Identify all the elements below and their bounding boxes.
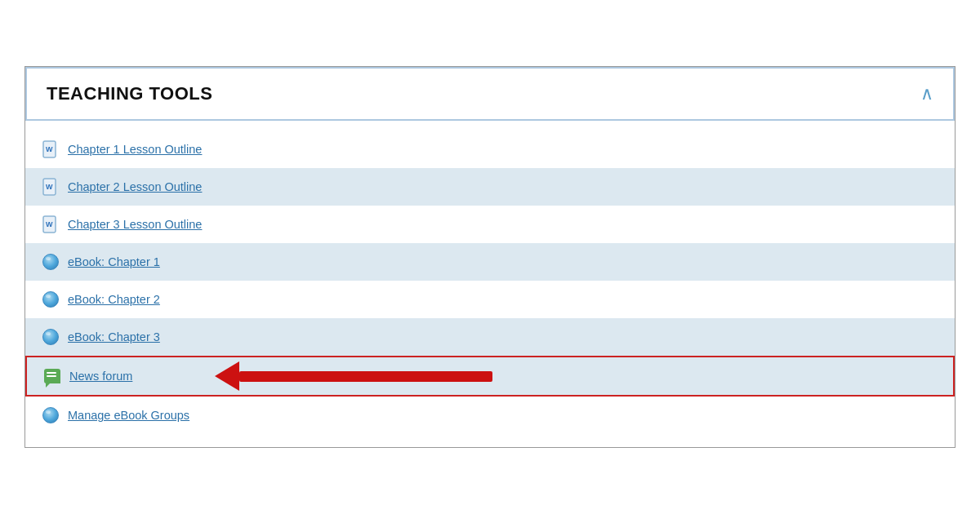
globe-icon	[42, 328, 60, 346]
chapter2-lesson-link[interactable]: Chapter 2 Lesson Outline	[68, 180, 202, 193]
chapter3-lesson-link[interactable]: Chapter 3 Lesson Outline	[68, 218, 202, 231]
globe-icon	[42, 406, 60, 424]
items-container: W Chapter 1 Lesson Outline W Chapter 2 L…	[25, 121, 955, 447]
list-item: eBook: Chapter 2	[25, 281, 955, 318]
manage-ebook-link[interactable]: Manage eBook Groups	[68, 409, 189, 422]
teaching-tools-list: W Chapter 1 Lesson Outline W Chapter 2 L…	[25, 124, 955, 441]
list-item: eBook: Chapter 1	[25, 243, 955, 281]
list-item: eBook: Chapter 3	[25, 318, 955, 356]
list-item: W Chapter 1 Lesson Outline	[25, 131, 955, 168]
teaching-tools-header[interactable]: TEACHING TOOLS ∧	[25, 67, 955, 121]
globe-icon	[42, 253, 60, 271]
word-doc-icon: W	[42, 178, 60, 196]
news-forum-content: News forum	[43, 367, 132, 385]
ebook-chapter1-link[interactable]: eBook: Chapter 1	[68, 255, 160, 268]
ebook-chapter3-link[interactable]: eBook: Chapter 3	[68, 330, 160, 343]
ebook-chapter2-link[interactable]: eBook: Chapter 2	[68, 293, 160, 306]
collapse-chevron-icon[interactable]: ∧	[920, 83, 933, 104]
globe-icon	[42, 290, 60, 308]
word-doc-icon: W	[42, 215, 60, 233]
teaching-tools-panel: TEACHING TOOLS ∧ W Chapter 1 Lesson Outl…	[24, 66, 956, 448]
chapter1-lesson-link[interactable]: Chapter 1 Lesson Outline	[68, 143, 202, 156]
teaching-tools-title: TEACHING TOOLS	[47, 83, 212, 104]
list-item: W Chapter 3 Lesson Outline	[25, 206, 955, 243]
arrow-head-icon	[215, 361, 239, 391]
word-doc-icon: W	[42, 140, 60, 158]
news-forum-item: News forum	[25, 356, 955, 397]
arrow-shaft	[239, 371, 492, 382]
svg-text:W: W	[46, 183, 53, 191]
svg-text:W: W	[46, 145, 53, 153]
list-item: Manage eBook Groups	[25, 397, 955, 434]
forum-icon	[43, 367, 61, 385]
red-arrow	[215, 361, 492, 391]
svg-text:W: W	[46, 220, 53, 228]
list-item: W Chapter 2 Lesson Outline	[25, 168, 955, 206]
news-forum-link[interactable]: News forum	[69, 370, 132, 383]
